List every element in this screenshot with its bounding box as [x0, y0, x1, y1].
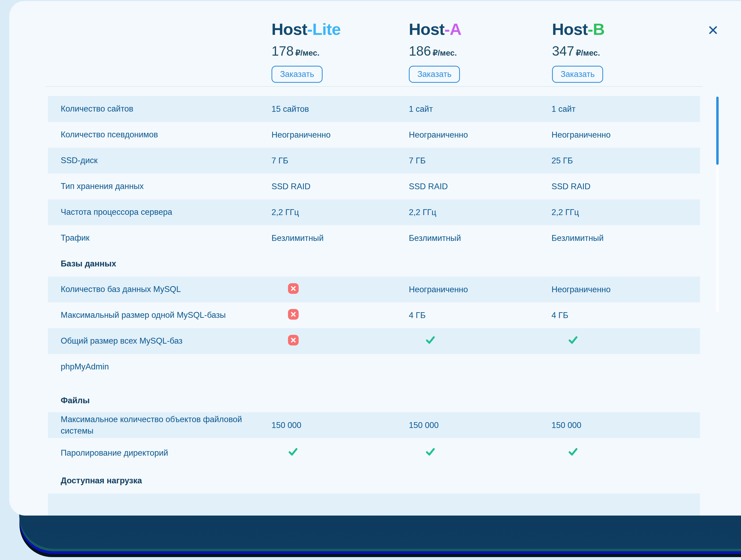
row-value: 2,2 ГГц	[551, 208, 579, 217]
check-icon	[425, 447, 435, 459]
plan-title: Host-A	[409, 20, 537, 39]
scrollbar-thumb[interactable]	[716, 96, 719, 165]
plan-column-b: Host-B347₽/мес.Заказать	[552, 20, 680, 83]
row-label: Тип хранения данных	[48, 181, 144, 192]
row-value: SSD RAID	[409, 182, 448, 191]
table-row: Количество псевдонимовНеограниченноНеогр…	[48, 122, 700, 148]
table-row	[48, 493, 700, 515]
plan-column-a: Host-A186₽/мес.Заказать	[409, 20, 537, 83]
table-row: Количество сайтов15 сайтов1 сайт1 сайт	[48, 96, 700, 122]
table-row: Паролирование директорий	[48, 438, 700, 468]
row-value: 1 сайт	[551, 104, 576, 114]
row-value: Неограниченно	[409, 130, 468, 140]
row-label: Количество псевдонимов	[48, 129, 158, 141]
row-value: 150 000	[409, 421, 439, 430]
table-row: Общий размер всех MySQL-баз	[48, 328, 700, 354]
order-button[interactable]: Заказать	[552, 66, 603, 83]
row-value: SSD RAID	[551, 182, 590, 191]
row-label: Общий размер всех MySQL-баз	[48, 335, 183, 347]
row-value: SSD RAID	[271, 182, 310, 191]
row-value: Неограниченно	[271, 130, 331, 140]
check-icon	[568, 336, 578, 347]
section-header: Базы данных	[48, 251, 700, 277]
row-label: Паролирование директорий	[48, 447, 168, 459]
row-value: 2,2 ГГц	[409, 208, 436, 217]
row-value	[409, 447, 435, 459]
table-row: Количество баз данных MySQL Неограниченн…	[48, 277, 700, 302]
row-label: Частота процессора сервера	[48, 207, 172, 218]
section-header: Файлы	[48, 387, 700, 412]
row-label: Трафик	[48, 232, 89, 244]
row-label: phpMyAdmin	[48, 361, 109, 373]
header-divider	[45, 86, 703, 87]
row-value: Неограниченно	[409, 285, 468, 294]
close-icon[interactable]: ✕	[704, 22, 722, 39]
row-label: Максимальное количество объектов файлово…	[48, 414, 247, 437]
plan-column-lite: Host-Lite178₽/мес.Заказать	[271, 20, 399, 83]
table-row: Тип хранения данныхSSD RAIDSSD RAIDSSD R…	[48, 173, 700, 199]
row-value: Неограниченно	[551, 130, 611, 140]
row-value: Безлимитный	[551, 233, 604, 243]
plan-price: 347₽/мес.	[552, 44, 680, 59]
table-row: Частота процессора сервера2,2 ГГц2,2 ГГц…	[48, 199, 700, 225]
cross-icon	[288, 309, 298, 322]
table-row: phpMyAdmin	[48, 354, 700, 380]
tariff-comparison-card: Host-Lite178₽/мес.ЗаказатьHost-A186₽/мес…	[9, 1, 741, 515]
check-icon	[425, 336, 435, 347]
plan-title: Host-B	[552, 20, 680, 39]
row-value: 7 ГБ	[409, 156, 425, 165]
check-icon	[288, 447, 298, 459]
plan-price: 186₽/мес.	[409, 44, 537, 59]
check-icon	[568, 447, 578, 459]
cross-icon	[288, 283, 298, 296]
order-button[interactable]: Заказать	[271, 66, 323, 83]
row-value: 1 сайт	[409, 104, 433, 114]
row-value	[271, 283, 298, 296]
row-value	[271, 335, 298, 348]
table-row: SSD-диск7 ГБ7 ГБ25 ГБ	[48, 148, 700, 173]
row-label: Количество сайтов	[48, 103, 133, 115]
row-value	[551, 447, 578, 459]
row-label: Количество баз данных MySQL	[48, 284, 181, 295]
row-value: 150 000	[551, 421, 581, 430]
cross-icon	[288, 335, 298, 348]
section-header: Доступная нагрузка	[48, 468, 700, 493]
row-value: 4 ГБ	[551, 310, 568, 320]
plan-title: Host-Lite	[271, 20, 399, 39]
order-button[interactable]: Заказать	[409, 66, 460, 83]
row-value: 7 ГБ	[271, 156, 288, 165]
row-value: Безлимитный	[271, 233, 324, 243]
table-row: Максимальное количество объектов файлово…	[48, 412, 700, 438]
row-label: SSD-диск	[48, 155, 98, 166]
row-value: 4 ГБ	[409, 310, 425, 320]
plan-price: 178₽/мес.	[271, 44, 399, 59]
row-value	[271, 309, 298, 322]
row-value: Безлимитный	[409, 233, 461, 243]
table-row: ТрафикБезлимитныйБезлимитныйБезлимитный	[48, 225, 700, 251]
row-value	[409, 336, 435, 347]
row-value	[551, 336, 578, 347]
row-value: Неограниченно	[551, 285, 611, 294]
row-value: 150 000	[271, 421, 301, 430]
comparison-table: Количество сайтов15 сайтов1 сайт1 сайтКо…	[48, 96, 700, 515]
row-value	[271, 447, 298, 459]
row-value: 15 сайтов	[271, 104, 309, 114]
row-value: 25 ГБ	[551, 156, 573, 165]
row-label: Максимальный размер одной MySQL-базы	[48, 309, 226, 321]
row-value: 2,2 ГГц	[271, 208, 299, 217]
table-row: Максимальный размер одной MySQL-базы 4 Г…	[48, 302, 700, 328]
